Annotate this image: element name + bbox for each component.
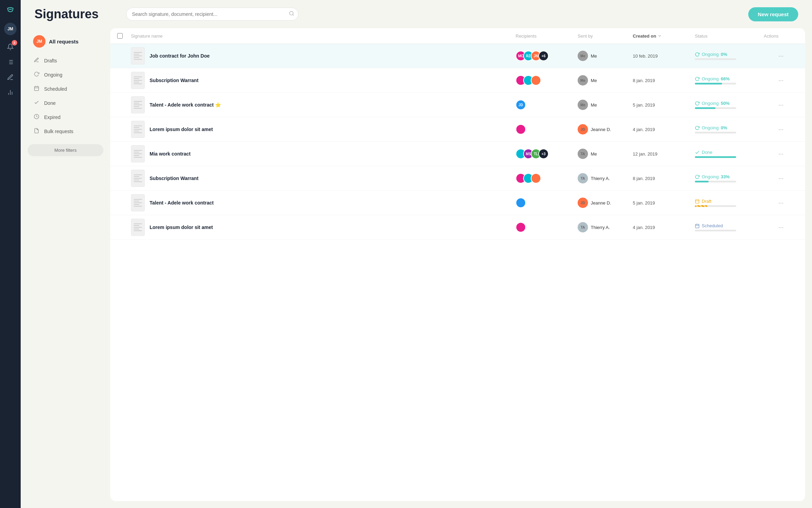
actions-cell: ···	[764, 76, 798, 86]
sidebar-item-drafts[interactable]: Drafts	[28, 54, 103, 67]
recipients-cell	[516, 173, 578, 183]
sidebar-item-ongoing[interactable]: Ongoing	[28, 68, 103, 81]
date-cell: 12 jan. 2019	[633, 151, 695, 157]
table-row[interactable]: Mia work contract MSTL+3 TA Me 12 jan. 2…	[110, 142, 805, 166]
sent-by-cell: Me Me	[578, 75, 633, 86]
notifications-icon[interactable]: 2	[4, 41, 17, 53]
sidebar-item-scheduled[interactable]: Scheduled	[28, 82, 103, 96]
date-cell: 5 jan. 2019	[633, 200, 695, 206]
doc-cell: Job contract for John Doe	[131, 47, 516, 64]
signatures-table: Signature name Recipients Sent by Create…	[110, 28, 805, 501]
col-actions: Actions	[764, 33, 798, 39]
table-row[interactable]: Talent - Adele work contract ⭐ JD Me Me …	[110, 93, 805, 117]
date-cell: 8 jan. 2019	[633, 176, 695, 181]
doc-thumbnail	[131, 170, 145, 187]
status-cell: Ongoing 33%	[695, 174, 764, 182]
search-input[interactable]	[126, 8, 298, 21]
expired-label: Expired	[44, 114, 60, 120]
table-header: Signature name Recipients Sent by Create…	[110, 28, 805, 44]
recipients-cell	[516, 198, 578, 208]
status-label: Ongoing 0%	[695, 125, 764, 130]
actions-cell: ···	[764, 222, 798, 232]
status-label: Scheduled	[695, 223, 764, 228]
actions-cell: ···	[764, 149, 798, 159]
search-icon[interactable]	[289, 11, 294, 18]
table-row[interactable]: Talent - Adele work contract JD Jeanne D…	[110, 191, 805, 215]
new-request-button[interactable]: New request	[748, 7, 798, 21]
date-cell: 4 jan. 2019	[633, 225, 695, 230]
status-cell: Draft	[695, 199, 764, 207]
table-row[interactable]: Lorem ipsum dolor sit amet TA Thierry A.…	[110, 215, 805, 240]
table-body: Job contract for John Doe MCRZJN+6 Me Me…	[110, 44, 805, 501]
date-cell: 10 feb. 2019	[633, 53, 695, 59]
doc-thumbnail	[131, 47, 145, 64]
recipients-cell	[516, 124, 578, 135]
sidebar-item-done[interactable]: Done	[28, 96, 103, 110]
doc-cell: Talent - Adele work contract	[131, 194, 516, 211]
brand-logo	[4, 4, 17, 17]
icon-sidebar: JM 2	[0, 0, 21, 508]
done-label: Done	[44, 100, 55, 106]
row-actions-button[interactable]: ···	[775, 124, 786, 135]
row-actions-button[interactable]: ···	[775, 100, 786, 110]
table-row[interactable]: Lorem ipsum dolor sit amet JD Jeanne D. …	[110, 117, 805, 142]
col-signature-name: Signature name	[131, 33, 516, 39]
ongoing-icon	[33, 71, 40, 78]
status-label: Ongoing 0%	[695, 52, 764, 57]
scheduled-icon	[33, 86, 40, 92]
doc-thumbnail	[131, 145, 145, 162]
doc-name: Lorem ipsum dolor sit amet	[150, 127, 213, 132]
user-avatar-icon[interactable]: JM	[4, 23, 17, 35]
select-all-checkbox[interactable]	[117, 33, 123, 39]
doc-name: Mia work contract	[150, 151, 191, 157]
user-nav-avatar: JM	[33, 35, 45, 48]
bulk-label: Bulk requests	[44, 129, 73, 134]
nav-all-requests[interactable]: JM All requests	[28, 32, 103, 51]
status-cell: Ongoing 0%	[695, 125, 764, 133]
actions-cell: ···	[764, 124, 798, 135]
drafts-icon	[33, 57, 40, 64]
row-actions-button[interactable]: ···	[775, 51, 786, 61]
status-cell: Ongoing 0%	[695, 52, 764, 60]
status-cell: Scheduled	[695, 223, 764, 231]
row-actions-button[interactable]: ···	[775, 173, 786, 183]
signature-icon[interactable]	[4, 71, 17, 83]
svg-rect-18	[696, 224, 699, 228]
sent-by-cell: Me Me	[578, 51, 633, 61]
row-actions-button[interactable]: ···	[775, 76, 786, 86]
svg-rect-11	[34, 87, 39, 91]
sent-by-cell: Me Me	[578, 100, 633, 110]
table-row[interactable]: Job contract for John Doe MCRZJN+6 Me Me…	[110, 44, 805, 68]
chart-icon[interactable]	[4, 86, 17, 99]
sent-by-cell: TA Thierry A.	[578, 173, 633, 183]
col-created-on[interactable]: Created on	[633, 33, 695, 39]
recipients-cell: MCRZJN+6	[516, 51, 578, 61]
status-cell: Ongoing 66%	[695, 76, 764, 84]
doc-name: Talent - Adele work contract ⭐	[150, 102, 221, 108]
main-area: Signatures New request JM All requests	[21, 0, 812, 508]
date-cell: 8 jan. 2019	[633, 78, 695, 83]
drafts-label: Drafts	[44, 58, 57, 63]
doc-name: Job contract for John Doe	[150, 53, 210, 59]
col-recipients: Recipients	[516, 33, 578, 39]
doc-thumbnail	[131, 194, 145, 211]
actions-cell: ···	[764, 51, 798, 61]
table-row[interactable]: Subscription Warrant TA Thierry A. 8 jan…	[110, 166, 805, 191]
table-row[interactable]: Subscription Warrant Me Me 8 jan. 2019 O…	[110, 68, 805, 93]
svg-rect-16	[696, 199, 699, 203]
row-actions-button[interactable]: ···	[775, 149, 786, 159]
status-cell: Done	[695, 150, 764, 158]
row-actions-button[interactable]: ···	[775, 222, 786, 232]
sidebar-item-bulk[interactable]: Bulk requests	[28, 124, 103, 138]
status-label: Done	[695, 150, 764, 155]
status-label: Ongoing 66%	[695, 76, 764, 81]
doc-cell: Mia work contract	[131, 145, 516, 162]
sidebar-item-expired[interactable]: Expired	[28, 110, 103, 124]
scheduled-label: Scheduled	[44, 86, 67, 92]
row-actions-button[interactable]: ···	[775, 198, 786, 208]
doc-thumbnail	[131, 219, 145, 236]
more-filters-button[interactable]: More filters	[28, 144, 103, 156]
list-icon[interactable]	[4, 56, 17, 68]
doc-thumbnail	[131, 96, 145, 113]
sent-by-cell: TA Me	[578, 149, 633, 159]
